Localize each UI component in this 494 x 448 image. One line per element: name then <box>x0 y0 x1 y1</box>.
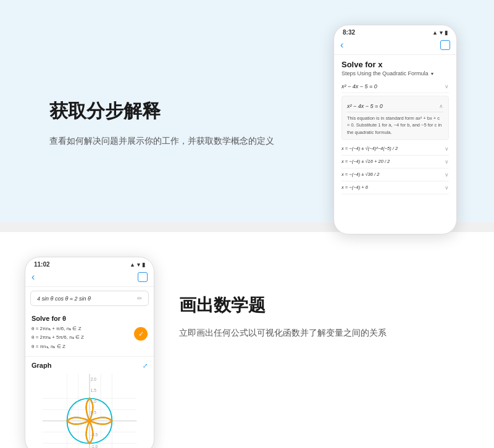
svg-text:2.0: 2.0 <box>91 377 96 381</box>
phone-nav-bottom: ‹ <box>25 270 154 287</box>
status-icons-bottom: ▲ ▾ ▮ <box>130 262 145 268</box>
share-icon-bottom[interactable] <box>138 272 148 282</box>
signal-icon: ▲ <box>432 30 438 36</box>
expand-text: This equation is in standard form ax² + … <box>347 115 443 136</box>
solve-title-bottom: Solve for θ <box>31 315 148 322</box>
equation-row-3[interactable]: x = −(−4) ± √(−4)²−4(−5) / 2 ∨ <box>341 143 449 156</box>
wifi-icon-b: ▾ <box>137 262 140 268</box>
status-time-top: 8:32 <box>343 29 355 36</box>
steps-label-top[interactable]: Steps Using the Quadratic Formula <box>341 70 449 77</box>
phone-content-bottom: 4 sin θ cos θ = 2 sin θ ✏ Solve for θ θ … <box>25 291 154 448</box>
graph-svg: 2.0 1.5 1.0 0.5 -0.5 -1.0 -1.5 <box>31 371 148 448</box>
solve-section-bottom: Solve for θ θ = 2πn₁ + π/6, n₁ ∈ Z θ = 2… <box>25 310 154 357</box>
svg-text:-1.0: -1.0 <box>91 444 98 448</box>
eq-text-2: x² − 4x − 5 = 0 <box>347 103 383 109</box>
chevron-2: ∧ <box>439 103 443 109</box>
equation-row-5[interactable]: x = −(−4) ± √36 / 2 ∨ <box>341 168 449 181</box>
chevron-5: ∨ <box>445 172 449 178</box>
back-icon[interactable]: ‹ <box>340 39 343 51</box>
battery-icon: ▮ <box>445 30 448 36</box>
solve-eq-2: θ = 2πn₂ + 5π/6, n₂ ∈ Z <box>31 333 84 342</box>
equation-input-text: 4 sin θ cos θ = 2 sin θ <box>37 296 91 302</box>
pencil-icon: ✏ <box>137 295 142 302</box>
svg-text:1.5: 1.5 <box>91 388 96 392</box>
bottom-title: 画出数学题 <box>179 294 457 317</box>
eq-text-4: x = −(−4) ± √16 + 20 / 2 <box>341 159 390 164</box>
signal-icon-b: ▲ <box>130 262 135 268</box>
equation-expanded: x² − 4x − 5 = 0 ∧ This equation is in st… <box>341 96 449 140</box>
graph-expand-icon[interactable]: ⤢ <box>143 362 148 369</box>
status-bar-bottom: 11:02 ▲ ▾ ▮ <box>25 257 154 270</box>
share-icon[interactable] <box>440 40 450 50</box>
chevron-6: ∨ <box>445 185 449 191</box>
svg-text:1.0: 1.0 <box>91 399 96 404</box>
status-bar-top: 8:32 ▲ ▾ ▮ <box>334 25 456 38</box>
equation-row-1[interactable]: x² − 4x − 5 = 0 ∨ <box>341 80 449 93</box>
phone-nav-top: ‹ <box>334 38 456 55</box>
equation-row-2[interactable]: x² − 4x − 5 = 0 ∧ <box>347 100 443 112</box>
graph-header: Graph ⤢ <box>31 362 148 369</box>
status-time-bottom: 11:02 <box>34 261 50 268</box>
back-icon-bottom[interactable]: ‹ <box>31 272 35 283</box>
wifi-icon: ▾ <box>440 30 443 36</box>
equation-row-6[interactable]: x = −(−4) + 6 ∨ <box>341 181 449 194</box>
eq-text-5: x = −(−4) ± √36 / 2 <box>341 172 379 177</box>
top-section: 获取分步解释 查看如何解决问题并展示你的工作，并获取数学概念的定义 8:32 ▲… <box>0 0 494 222</box>
solve-eq-3: θ = πn₁, n₁ ∈ Z <box>31 342 84 351</box>
top-text-block: 获取分步解释 查看如何解决问题并展示你的工作，并获取数学概念的定义 <box>49 99 333 147</box>
eq-text-1: x² − 4x − 5 = 0 <box>341 83 377 89</box>
solve-eq-1: θ = 2πn₁ + π/6, n₁ ∈ Z <box>31 325 84 333</box>
battery-icon-b: ▮ <box>142 262 145 268</box>
bottom-text-block: 画出数学题 立即画出任何公式以可视化函数并了解变量之间的关系 <box>179 257 457 339</box>
phone-mockup-top: 8:32 ▲ ▾ ▮ ‹ Solve for x Steps Using the… <box>333 25 457 234</box>
top-title: 获取分步解释 <box>49 99 333 124</box>
eq-text-3: x = −(−4) ± √(−4)²−4(−5) / 2 <box>341 146 398 151</box>
solve-results-area: θ = 2πn₁ + π/6, n₁ ∈ Z θ = 2πn₂ + 5π/6, … <box>31 325 148 351</box>
eq-text-6: x = −(−4) + 6 <box>341 185 368 190</box>
chevron-3: ∨ <box>445 146 449 152</box>
phone-mockup-bottom: 11:02 ▲ ▾ ▮ ‹ 4 sin θ cos θ = 2 sin θ ✏ … <box>25 257 154 448</box>
chevron-1: ∨ <box>445 83 449 89</box>
bottom-subtitle: 立即画出任何公式以可视化函数并了解变量之间的关系 <box>179 326 457 339</box>
top-subtitle: 查看如何解决问题并展示你的工作，并获取数学概念的定义 <box>49 134 333 147</box>
solve-equations-list: θ = 2πn₁ + π/6, n₁ ∈ Z θ = 2πn₂ + 5π/6, … <box>31 325 84 351</box>
chevron-4: ∨ <box>445 159 449 165</box>
graph-title: Graph <box>31 362 51 369</box>
check-circle-icon[interactable]: ✓ <box>134 327 148 341</box>
status-icons-top: ▲ ▾ ▮ <box>432 30 448 36</box>
solve-title-top: Solve for x <box>341 60 449 69</box>
svg-text:-0.5: -0.5 <box>91 433 98 438</box>
phone-content-top: Solve for x Steps Using the Quadratic Fo… <box>334 55 456 199</box>
bottom-section: 11:02 ▲ ▾ ▮ ‹ 4 sin θ cos θ = 2 sin θ ✏ … <box>0 232 494 448</box>
graph-section: Graph ⤢ <box>25 357 154 448</box>
equation-row-4[interactable]: x = −(−4) ± √16 + 20 / 2 ∨ <box>341 156 449 168</box>
svg-text:0.5: 0.5 <box>91 410 96 415</box>
equation-input-bar[interactable]: 4 sin θ cos θ = 2 sin θ ✏ <box>30 291 149 306</box>
